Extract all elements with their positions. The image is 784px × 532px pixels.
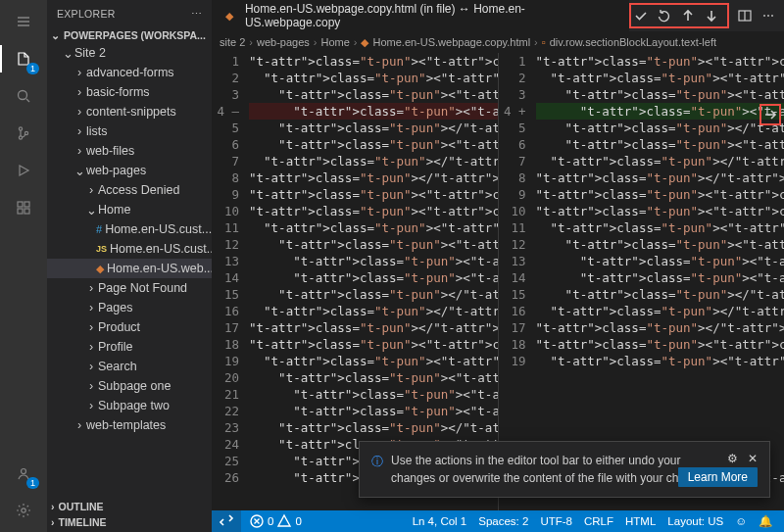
explorer-icon[interactable]: 1 [10, 45, 37, 73]
toast-message: Use the actions in the editor tool bar t… [391, 452, 719, 487]
arrow-down-icon[interactable] [702, 6, 721, 25]
encoding-indicator[interactable]: UTF-8 [540, 514, 572, 528]
timeline-section[interactable]: ›TIMELINE [47, 514, 212, 530]
arrow-up-icon[interactable] [678, 6, 698, 25]
svg-point-0 [19, 91, 27, 100]
workspace-header[interactable]: ⌄ POWERPAGES (WORKSPA... [47, 27, 212, 43]
svg-point-9 [22, 508, 25, 512]
cursor-position[interactable]: Ln 4, Col 1 [413, 514, 467, 528]
split-editor-icon[interactable] [735, 6, 755, 25]
layout-indicator[interactable]: Layout: US [667, 514, 723, 528]
svg-rect-6 [18, 209, 23, 214]
breadcrumb[interactable]: site 2› web-pages› Home› ◆Home.en-US.web… [212, 31, 784, 53]
tree-folder[interactable]: ›Subpage two [47, 396, 212, 415]
sidebar: EXPLORER ⋯ ⌄ POWERPAGES (WORKSPA... ⌄Sit… [47, 0, 212, 532]
notification-toast: ⓘ Use the actions in the editor tool bar… [359, 441, 770, 498]
search-icon[interactable] [10, 82, 37, 110]
goto-change-icon[interactable] [760, 104, 781, 125]
account-icon[interactable]: 1 [10, 459, 37, 487]
tree-file[interactable]: #Home.en-US.cust... [47, 219, 212, 239]
bell-icon[interactable]: 🔔 [759, 514, 772, 528]
more-actions-icon[interactable]: ⋯ [759, 6, 778, 25]
svg-point-8 [22, 469, 26, 474]
settings-icon[interactable] [10, 497, 37, 524]
tree-folder[interactable]: ›Product [47, 317, 212, 337]
problems-indicator[interactable]: 0 0 [249, 513, 302, 529]
explorer-title: EXPLORER [57, 8, 191, 20]
tab-title: Home.en-US.webpage.copy.html (in file) ↔… [245, 2, 619, 29]
feedback-icon[interactable]: ☺ [735, 514, 747, 528]
revert-icon[interactable] [655, 6, 674, 25]
tree-folder[interactable]: ›Profile [47, 337, 212, 357]
close-icon[interactable]: ✕ [748, 452, 758, 465]
tree-folder[interactable]: ›web-files [47, 141, 212, 161]
tree-folder[interactable]: ›Search [47, 357, 212, 376]
editor-area: ◆ Home.en-US.webpage.copy.html (in file)… [212, 0, 784, 532]
tree-folder[interactable]: ›Pages [47, 298, 212, 317]
eol-indicator[interactable]: CRLF [584, 514, 613, 528]
tree-folder[interactable]: ›basic-forms [47, 82, 212, 102]
more-icon[interactable]: ⋯ [191, 8, 202, 20]
tree-folder[interactable]: ›content-snippets [47, 102, 212, 121]
tree-folder[interactable]: ›Page Not Found [47, 278, 212, 298]
svg-point-1 [19, 127, 22, 130]
info-icon: ⓘ [371, 454, 383, 487]
tree-folder[interactable]: ›Access Denied [47, 180, 212, 200]
tree-folder-webpages[interactable]: ⌄web-pages [47, 161, 212, 180]
language-indicator[interactable]: HTML [625, 514, 656, 528]
activity-bar: 1 1 [0, 0, 47, 532]
source-control-icon[interactable] [10, 120, 37, 147]
debug-icon[interactable] [10, 157, 37, 184]
diff-actions-highlight [629, 3, 729, 28]
svg-point-2 [19, 136, 22, 139]
tree-file[interactable]: JSHome.en-US.cust... [47, 239, 212, 259]
tree-folder[interactable]: ›advanced-forms [47, 63, 212, 82]
chevron-down-icon: ⌄ [51, 29, 60, 41]
indent-indicator[interactable]: Spaces: 2 [478, 514, 528, 528]
svg-rect-5 [24, 202, 29, 207]
learn-more-button[interactable]: Learn More [678, 467, 758, 487]
tab-bar: ◆ Home.en-US.webpage.copy.html (in file)… [212, 0, 784, 31]
menu-icon[interactable] [10, 8, 37, 35]
tree-file-active[interactable]: ◆Home.en-US.web... [47, 259, 212, 278]
remote-indicator[interactable] [212, 510, 241, 532]
tree-folder[interactable]: ›Subpage one [47, 376, 212, 396]
file-tree: ⌄Site 2 ›advanced-forms ›basic-forms ›co… [47, 43, 212, 499]
svg-rect-7 [24, 209, 29, 214]
workspace-name: POWERPAGES (WORKSPA... [64, 29, 206, 41]
gear-icon[interactable]: ⚙ [727, 452, 738, 465]
tree-folder[interactable]: ›lists [47, 121, 212, 141]
outline-section[interactable]: ›OUTLINE [47, 499, 212, 514]
accept-icon[interactable] [631, 6, 651, 25]
tree-folder-home[interactable]: ⌄Home [47, 200, 212, 219]
status-bar: 0 0 Ln 4, Col 1 Spaces: 2 UTF-8 CRLF HTM… [212, 510, 784, 532]
tree-folder-site[interactable]: ⌄Site 2 [47, 43, 212, 63]
tree-folder[interactable]: ›web-templates [47, 415, 212, 435]
svg-rect-4 [18, 202, 23, 207]
extensions-icon[interactable] [10, 194, 37, 221]
html-file-icon: ◆ [221, 10, 237, 23]
editor-tab[interactable]: ◆ Home.en-US.webpage.copy.html (in file)… [212, 0, 629, 31]
